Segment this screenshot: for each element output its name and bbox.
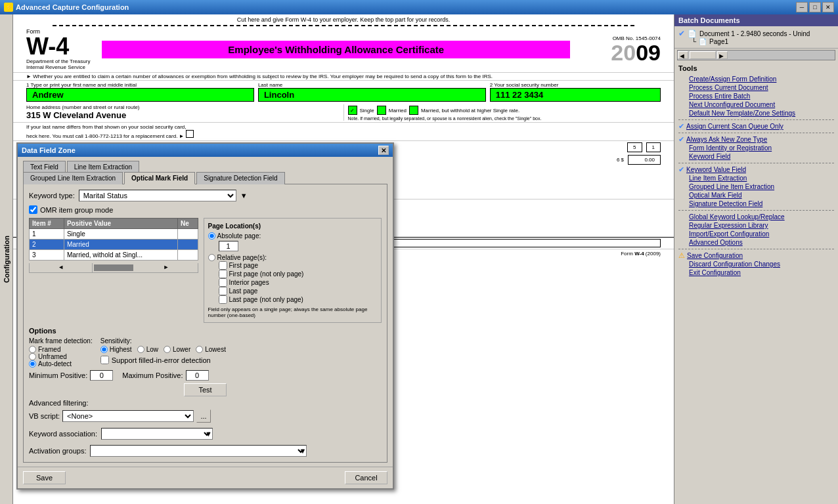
lower-radio[interactable]: [164, 346, 171, 353]
document-item[interactable]: ✔ 📄 Document 1 - 2.9480 seconds - Unind: [678, 29, 834, 38]
row2-ne: [178, 240, 198, 250]
tools-item[interactable]: ✔Keyword Value Field: [678, 165, 834, 174]
married2-checkbox[interactable]: [409, 106, 418, 115]
col-positive-value: Positive Value: [64, 219, 177, 229]
tools-item[interactable]: Grouped Line Item Extraction: [678, 182, 834, 191]
lowest-radio[interactable]: [196, 346, 203, 353]
first-page-not-only-checkbox[interactable]: [219, 270, 227, 278]
omr-group-mode-checkbox[interactable]: [29, 205, 37, 214]
min-max-row: Minimum Positive: Maximum Positive:: [29, 370, 382, 381]
minimize-button[interactable]: ─: [796, 2, 808, 12]
tools-item[interactable]: Process Entire Batch: [678, 92, 834, 100]
support-filled-checkbox[interactable]: [100, 356, 109, 364]
advanced-row: Advanced filtering:: [29, 399, 382, 407]
tools-item[interactable]: Default New Template/Zone Settings: [678, 109, 834, 117]
rel-page-radio[interactable]: [208, 254, 215, 261]
tools-item[interactable]: Advanced Options: [678, 238, 834, 247]
row1-value: Single: [64, 229, 177, 240]
auto-detect-radio[interactable]: [29, 360, 36, 368]
table-row[interactable]: 1 Single: [30, 229, 198, 240]
tools-item[interactable]: Exit Configuration: [678, 268, 834, 277]
min-positive-label: Minimum Positive:: [29, 371, 87, 379]
highest-radio[interactable]: [100, 346, 108, 353]
row3-num: 3: [30, 250, 64, 261]
save-button[interactable]: Save: [23, 471, 66, 484]
lowest-radio-label: Lowest: [196, 346, 226, 353]
scroll-thumb[interactable]: [690, 51, 716, 59]
tools-item[interactable]: ✔Always Ask New Zone Type: [678, 135, 834, 144]
tools-item[interactable]: Line Item Extraction: [678, 174, 834, 182]
col-item-num: Item #: [30, 219, 64, 229]
tools-item[interactable]: Global Keyword Lookup/Replace: [678, 213, 834, 221]
max-positive-input[interactable]: [186, 370, 209, 381]
dialog-body: Text Field Line Item Extraction Grouped …: [18, 157, 393, 467]
table-scroll-left[interactable]: ◄: [30, 263, 93, 272]
table-row[interactable]: 3 Married, withold at Singl...: [30, 250, 198, 261]
maximize-button[interactable]: □: [809, 2, 821, 12]
tab-signature-detection[interactable]: Signature Detection Field: [196, 172, 284, 184]
tools-item[interactable]: Signature Detection Field: [678, 200, 834, 208]
auto-detect-radio-label: Auto-detect: [29, 360, 93, 368]
unframed-radio-label: Unframed: [29, 353, 93, 360]
low-radio-label: Low: [137, 346, 158, 353]
abs-page-radio[interactable]: [208, 232, 215, 240]
rel-page-radio-label: Relative page(s):: [208, 254, 378, 261]
tools-item[interactable]: Regular Expression Library: [678, 221, 834, 230]
check-icon: ✔: [678, 122, 684, 131]
framed-radio-label: Framed: [29, 346, 93, 353]
field3-label: 2 Your social security number: [490, 82, 661, 88]
items-table-section: Item # Positive Value Ne 1 Singl: [29, 218, 198, 323]
interior-pages-checkbox[interactable]: [219, 278, 227, 287]
vb-script-select[interactable]: <None>: [62, 410, 194, 422]
low-radio[interactable]: [137, 346, 144, 353]
keyword-assoc-select[interactable]: [101, 428, 213, 440]
page-item[interactable]: └ 📄 Page1: [692, 38, 834, 45]
configuration-tab[interactable]: Configuration: [0, 14, 13, 504]
title-bar: ⚡ Advanced Capture Configuration ─ □ ✕: [0, 0, 838, 14]
support-filled-label: Support filled-in-error detection: [100, 356, 382, 364]
dialog-title: Data Field Zone: [22, 146, 76, 154]
scroll-right-btn[interactable]: ►: [717, 51, 728, 59]
tools-item[interactable]: Next Unconfigured Document: [678, 100, 834, 109]
table-scroll-right[interactable]: ►: [135, 263, 197, 272]
tools-item[interactable]: Optical Mark Field: [678, 191, 834, 200]
unframed-radio[interactable]: [29, 353, 36, 360]
married-checkbox[interactable]: [377, 106, 386, 115]
tools-item[interactable]: Import/Export Configuration: [678, 230, 834, 238]
framed-radio[interactable]: [29, 346, 36, 353]
test-button[interactable]: Test: [184, 383, 227, 396]
last-page-checkbox[interactable]: [219, 287, 227, 295]
first-page-checkbox[interactable]: [219, 261, 227, 270]
scroll-left-btn[interactable]: ◄: [678, 51, 688, 59]
keyword-type-select[interactable]: Marital Status: [79, 190, 236, 201]
two-col-section: Item # Positive Value Ne 1 Singl: [29, 218, 382, 323]
table-row[interactable]: 2 Married: [30, 240, 198, 250]
tab-optical-mark[interactable]: Optical Mark Field: [124, 172, 195, 184]
vb-script-ellipsis-button[interactable]: ...: [196, 410, 211, 423]
tools-item-label: Assign Current Scan Queue Only: [686, 122, 783, 131]
abs-page-input[interactable]: [219, 241, 238, 251]
tools-item[interactable]: Discard Configuration Changes: [678, 260, 834, 268]
tab-text-field[interactable]: Text Field: [23, 161, 66, 173]
activation-groups-select[interactable]: [90, 445, 307, 457]
tools-item[interactable]: ⚠Save Configuration: [678, 251, 834, 260]
tools-item[interactable]: Create/Assign Form Definition: [678, 75, 834, 83]
tab-line-item[interactable]: Line Item Extraction: [67, 161, 139, 173]
tools-item[interactable]: Keyword Field: [678, 152, 834, 161]
mark-frame-section: Mark frame detection: Framed Unframed: [29, 337, 93, 368]
single-checkbox[interactable]: ✓: [348, 106, 357, 115]
row3-value: Married, withold at Singl...: [64, 250, 177, 261]
last-page-not-only-checkbox[interactable]: [219, 295, 227, 304]
horizontal-scrollbar[interactable]: ◄ ►: [677, 50, 835, 60]
min-positive-input[interactable]: [90, 370, 113, 381]
rel-page-group: Relative page(s): First page First page …: [208, 254, 378, 304]
close-button[interactable]: ✕: [822, 2, 834, 12]
sensitivity-row: Highest Low Lower: [100, 346, 382, 353]
tab-grouped-line-item[interactable]: Grouped Line Item Extraction: [23, 172, 123, 184]
tools-item[interactable]: Process Current Document: [678, 83, 834, 92]
tools-item[interactable]: ✔Assign Current Scan Queue Only: [678, 122, 834, 131]
tools-item[interactable]: Form Identity or Registration: [678, 144, 834, 152]
cancel-button[interactable]: Cancel: [345, 471, 387, 484]
dialog-close-button[interactable]: ✕: [378, 146, 389, 155]
keyword-assoc-label: Keyword association:: [29, 430, 97, 438]
